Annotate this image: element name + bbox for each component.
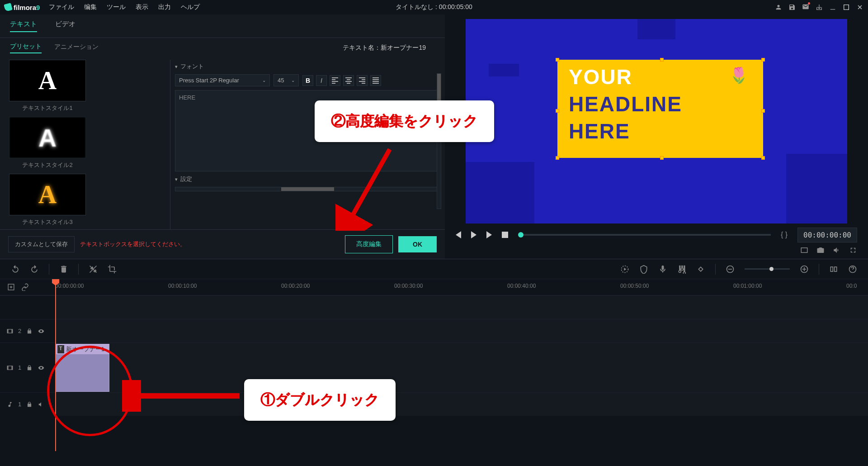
- tab-text[interactable]: テキスト: [10, 20, 37, 32]
- align-left-button[interactable]: [330, 75, 340, 86]
- mute-icon[interactable]: [38, 401, 45, 408]
- annotation-arrow-1: [122, 380, 244, 412]
- cut-icon[interactable]: [89, 265, 98, 274]
- zoom-in-icon[interactable]: [800, 265, 809, 274]
- menu-tool[interactable]: ツール: [107, 3, 126, 11]
- advanced-edit-button[interactable]: 高度編集: [345, 235, 393, 253]
- preset-style-1[interactable]: Aテキストスタイル1: [9, 60, 86, 112]
- next-frame-button[interactable]: [471, 231, 476, 238]
- menu-edit[interactable]: 编集: [84, 3, 97, 11]
- help-icon[interactable]: [848, 265, 857, 274]
- tab-video[interactable]: ビデオ: [55, 20, 75, 32]
- ruler-tick: 00:00:20:00: [281, 283, 310, 289]
- lock-icon[interactable]: [26, 401, 33, 408]
- redo-icon[interactable]: [30, 265, 39, 274]
- menu-help[interactable]: ヘルプ: [181, 3, 200, 11]
- keyframe-icon[interactable]: [696, 265, 705, 274]
- mail-icon[interactable]: [802, 3, 809, 12]
- preset-label: テキストスタイル3: [22, 218, 72, 226]
- timeline-ruler[interactable]: 00:00:00:00 00:00:10:00 00:00:20:00 00:0…: [55, 279, 868, 295]
- section-settings-toggle[interactable]: 設定: [175, 175, 440, 183]
- video-track-2: 2: [0, 319, 868, 342]
- align-justify-button[interactable]: [370, 75, 381, 86]
- section-font-toggle[interactable]: フォント: [175, 62, 440, 71]
- marker-icon[interactable]: [639, 265, 648, 274]
- font-size-select[interactable]: 45⌄: [274, 74, 299, 86]
- save-as-custom-button[interactable]: カスタムとして保存: [8, 236, 75, 252]
- fullscreen-icon[interactable]: [849, 246, 857, 254]
- volume-icon[interactable]: [833, 246, 841, 254]
- player-controls: { } 00:00:00:00: [453, 226, 860, 243]
- scrollbar-thumb[interactable]: [437, 74, 441, 101]
- ruler-tick: 00:00:40:00: [507, 283, 536, 289]
- scrollbar-thumb[interactable]: [281, 187, 334, 191]
- warning-text: テキストボックスを選択してください。: [80, 240, 186, 248]
- export-icon[interactable]: [816, 4, 823, 11]
- playhead[interactable]: [55, 279, 56, 451]
- horizontal-scrollbar[interactable]: [175, 187, 440, 191]
- track-body[interactable]: [55, 319, 868, 342]
- eye-icon[interactable]: [38, 328, 45, 334]
- zoom-fit-icon[interactable]: [829, 265, 838, 274]
- panel-footer: カスタムとして保存 テキストボックスを選択してください。 高度編集 OK: [0, 229, 445, 259]
- undo-icon[interactable]: [11, 265, 20, 274]
- player-time: 00:00:00:00: [797, 228, 857, 243]
- audio-mixer-icon[interactable]: [677, 265, 686, 274]
- close-icon[interactable]: [856, 4, 863, 11]
- lock-icon[interactable]: [26, 328, 33, 334]
- prev-frame-button[interactable]: [456, 231, 461, 238]
- preview-toolbar: [453, 243, 860, 254]
- slider-thumb[interactable]: [769, 267, 774, 271]
- title-clip[interactable]: T 新オープナー1: [55, 344, 109, 392]
- snapshot-icon[interactable]: [816, 246, 825, 254]
- mark-range-button[interactable]: { }: [781, 231, 788, 239]
- track-number: 1: [18, 401, 21, 408]
- minimize-icon[interactable]: [829, 4, 836, 11]
- play-button[interactable]: [486, 231, 492, 238]
- zoom-out-icon[interactable]: [726, 265, 735, 274]
- stop-button[interactable]: [502, 232, 508, 238]
- zoom-slider[interactable]: [745, 268, 790, 270]
- annotation-callout-1: ①ダブルクリック: [244, 379, 396, 421]
- preview-headline-text: YOUR HEADLINE HERE: [569, 64, 682, 145]
- font-family-select[interactable]: Press Start 2P Regular⌄: [175, 74, 270, 86]
- delete-icon[interactable]: [59, 265, 68, 274]
- svg-rect-14: [12, 366, 13, 369]
- align-right-button[interactable]: [357, 75, 368, 86]
- title-bar: filmora9 ファイル 编集 ツール 表示 出力 ヘルプ タイトルなし : …: [0, 0, 868, 14]
- align-center-button[interactable]: [343, 75, 354, 86]
- player-progress[interactable]: [518, 234, 771, 236]
- save-icon[interactable]: [788, 4, 796, 11]
- preset-style-3[interactable]: Aテキストスタイル3: [9, 174, 86, 226]
- menu-output[interactable]: 出力: [158, 3, 171, 11]
- svg-rect-2: [698, 267, 703, 271]
- italic-button[interactable]: I: [316, 75, 327, 86]
- video-preview[interactable]: YOUR HEADLINE HERE 🌷: [466, 19, 847, 223]
- link-icon[interactable]: [21, 283, 29, 291]
- subtab-animation[interactable]: アニメーション: [54, 43, 99, 53]
- preset-thumb: A: [9, 60, 86, 101]
- crop-icon[interactable]: [108, 265, 117, 274]
- account-icon[interactable]: [775, 4, 782, 11]
- svg-rect-13: [7, 366, 8, 369]
- render-preview-icon[interactable]: [620, 265, 629, 274]
- lock-icon[interactable]: [26, 365, 33, 371]
- preset-style-2[interactable]: Aテキストスタイル2: [9, 117, 86, 169]
- eye-icon[interactable]: [38, 365, 45, 371]
- title-bar-right: [775, 3, 863, 12]
- progress-thumb[interactable]: [518, 232, 524, 238]
- ok-button[interactable]: OK: [398, 236, 437, 252]
- menu-file[interactable]: ファイル: [49, 3, 74, 11]
- video-track-icon: [6, 365, 14, 371]
- text-style-presets: Aテキストスタイル1 Aテキストスタイル2 Aテキストスタイル3 Aテキストスタ…: [0, 60, 170, 229]
- svg-line-15: [349, 149, 390, 222]
- subtab-preset[interactable]: プリセット: [10, 43, 42, 53]
- voiceover-icon[interactable]: [658, 265, 667, 274]
- bold-button[interactable]: B: [302, 75, 313, 86]
- menu-view[interactable]: 表示: [136, 3, 148, 11]
- maximize-icon[interactable]: [843, 4, 850, 11]
- add-track-icon[interactable]: [7, 283, 15, 291]
- text-style-buttons: B I: [302, 75, 381, 86]
- playback-quality-icon[interactable]: [800, 246, 808, 254]
- preset-label: テキストスタイル1: [22, 104, 72, 112]
